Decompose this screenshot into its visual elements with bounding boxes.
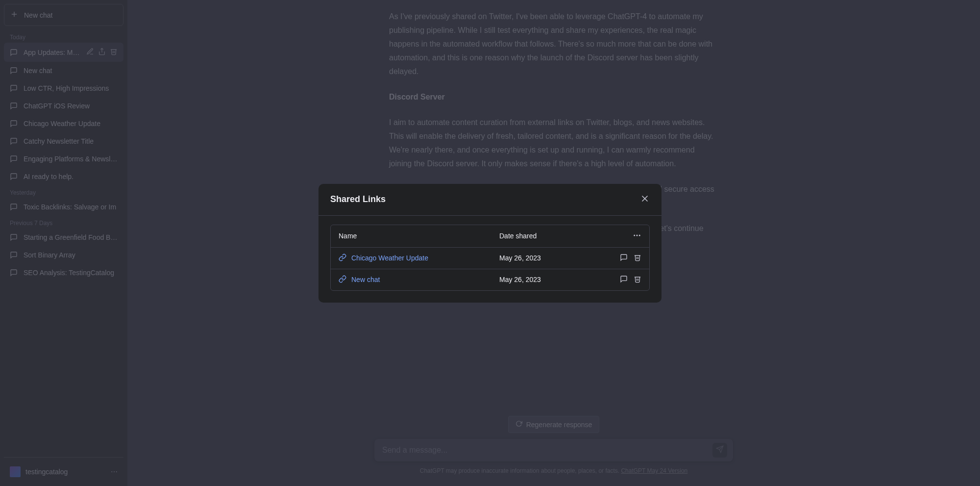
shared-links-modal: Shared Links Name Date shared	[318, 184, 662, 303]
link-icon	[339, 254, 346, 263]
shared-link-name[interactable]: New chat	[351, 276, 380, 283]
modal-body: Name Date shared Chicago Weather Update	[318, 216, 662, 303]
shared-link-date: May 26, 2023	[499, 276, 597, 283]
view-source-icon[interactable]	[620, 275, 628, 284]
column-actions[interactable]	[597, 231, 641, 241]
trash-icon[interactable]	[634, 275, 641, 284]
table-row: Chicago Weather Update May 26, 2023	[331, 248, 649, 269]
svg-point-7	[634, 235, 635, 236]
column-date: Date shared	[499, 232, 597, 240]
view-source-icon[interactable]	[620, 254, 628, 263]
modal-overlay[interactable]: Shared Links Name Date shared	[0, 0, 980, 486]
close-icon	[640, 197, 650, 205]
modal-title: Shared Links	[330, 194, 386, 205]
shared-links-table: Name Date shared Chicago Weather Update	[330, 225, 650, 291]
svg-point-9	[639, 235, 640, 236]
table-row: New chat May 26, 2023	[331, 269, 649, 290]
more-icon[interactable]	[633, 233, 641, 241]
table-header: Name Date shared	[331, 225, 649, 248]
shared-link[interactable]: New chat	[339, 275, 499, 284]
shared-link-date: May 26, 2023	[499, 254, 597, 262]
link-icon	[339, 275, 346, 284]
column-name: Name	[339, 232, 499, 240]
trash-icon[interactable]	[634, 254, 641, 263]
shared-link[interactable]: Chicago Weather Update	[339, 254, 499, 263]
modal-header: Shared Links	[318, 184, 662, 216]
shared-link-name[interactable]: Chicago Weather Update	[351, 254, 428, 262]
svg-point-8	[637, 235, 637, 236]
close-button[interactable]	[640, 194, 650, 205]
